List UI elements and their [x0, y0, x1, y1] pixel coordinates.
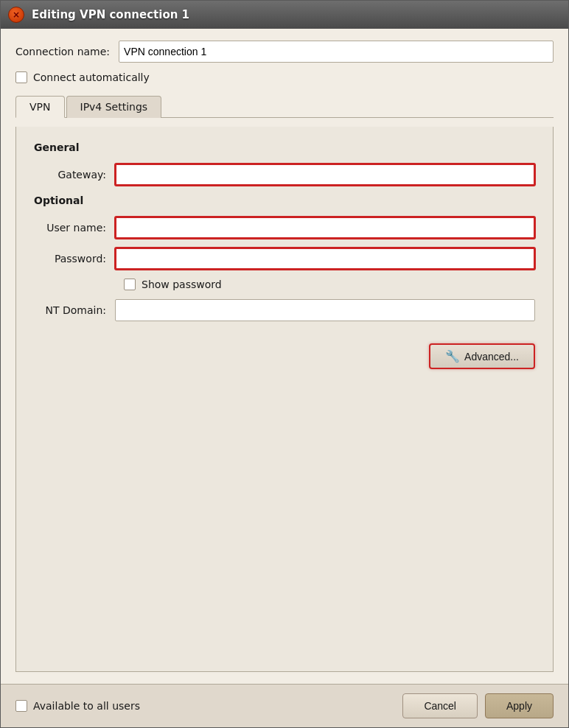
connect-auto-checkbox[interactable]: [15, 71, 27, 83]
close-icon: ×: [13, 10, 20, 20]
cancel-button[interactable]: Cancel: [402, 693, 478, 718]
optional-section-title: Optional: [34, 195, 535, 206]
nt-domain-label: NT Domain:: [34, 304, 115, 316]
tab-ipv4[interactable]: IPv4 Settings: [66, 96, 162, 118]
show-password-row: Show password: [124, 279, 535, 290]
window-title: Editing VPN connection 1: [32, 8, 189, 21]
username-label: User name:: [34, 222, 115, 234]
bottom-buttons: Cancel Apply: [402, 693, 554, 718]
wrench-icon: 🔧: [445, 349, 460, 363]
main-window: × Editing VPN connection 1 Connection na…: [0, 0, 569, 728]
nt-domain-input[interactable]: [115, 299, 535, 321]
available-all-users-checkbox[interactable]: [15, 700, 27, 712]
connection-name-input[interactable]: [119, 41, 554, 63]
username-input[interactable]: [115, 217, 535, 239]
password-row: Password:: [34, 248, 535, 270]
titlebar: × Editing VPN connection 1: [1, 1, 568, 29]
apply-button[interactable]: Apply: [485, 693, 554, 718]
general-section-title: General: [34, 141, 535, 153]
tab-content-vpn: General Gateway: Optional User name: Pas…: [15, 127, 554, 672]
advanced-row: 🔧 Advanced...: [34, 343, 535, 377]
show-password-checkbox[interactable]: [124, 279, 136, 290]
gateway-input[interactable]: [115, 164, 535, 186]
close-button[interactable]: ×: [8, 7, 24, 23]
connection-name-label: Connection name:: [15, 46, 110, 57]
connection-name-row: Connection name:: [15, 41, 554, 63]
content-area: Connection name: Connect automatically V…: [1, 29, 568, 684]
gateway-row: Gateway:: [34, 164, 535, 186]
bottom-bar: Available to all users Cancel Apply: [1, 684, 568, 727]
connect-auto-label: Connect automatically: [33, 71, 150, 83]
show-password-label: Show password: [142, 279, 222, 290]
bottom-left: Available to all users: [15, 700, 140, 712]
available-all-users-label: Available to all users: [33, 700, 140, 712]
nt-domain-row: NT Domain:: [34, 299, 535, 321]
gateway-label: Gateway:: [34, 169, 115, 181]
username-row: User name:: [34, 217, 535, 239]
optional-section: Optional User name: Password: Show passw…: [34, 195, 535, 321]
password-input[interactable]: [115, 248, 535, 270]
password-label: Password:: [34, 253, 115, 265]
tab-vpn[interactable]: VPN: [15, 96, 65, 118]
advanced-button[interactable]: 🔧 Advanced...: [429, 343, 535, 369]
advanced-label: Advanced...: [464, 351, 519, 363]
tabs-row: VPN IPv4 Settings: [15, 95, 554, 118]
connect-auto-row: Connect automatically: [15, 71, 554, 83]
